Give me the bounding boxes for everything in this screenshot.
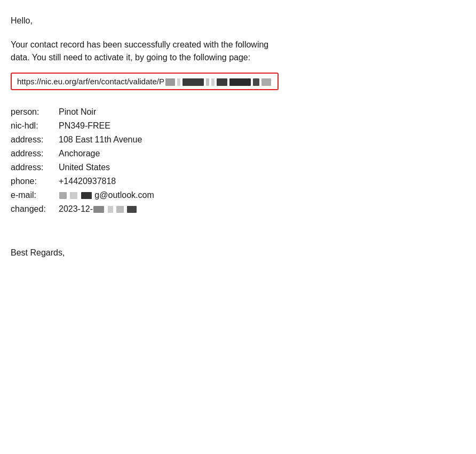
field-value-person: Pinot Noir: [59, 105, 154, 119]
field-label-address3: address:: [11, 161, 59, 174]
redacted-7: [229, 78, 251, 86]
field-value-nic-hdl: PN349-FREE: [59, 119, 154, 133]
redacted-8: [253, 78, 259, 86]
changed-redacted-1: [93, 206, 104, 213]
field-value-changed: 2023-12-: [59, 202, 154, 216]
table-row: nic-hdl: PN349-FREE: [11, 119, 154, 133]
closing-text: Best Regards,: [11, 248, 465, 258]
email-redacted-2: [70, 192, 77, 199]
intro-paragraph: Your contact record has been successfull…: [11, 38, 465, 64]
intro-line1: Your contact record has been successfull…: [11, 40, 268, 49]
redacted-1: [165, 78, 175, 86]
table-row: phone: +14420937818: [11, 174, 154, 188]
email-redacted-1: [59, 192, 67, 199]
redacted-5: [211, 78, 215, 86]
field-value-address1: 108 East 11th Avenue: [59, 133, 154, 147]
table-row: person: Pinot Noir: [11, 105, 154, 119]
table-row: address: United States: [11, 161, 154, 174]
redacted-4: [206, 78, 209, 86]
field-label-phone: phone:: [11, 174, 59, 188]
table-row: changed: 2023-12-: [11, 202, 154, 216]
changed-redacted-4: [127, 206, 137, 213]
field-label-address2: address:: [11, 147, 59, 161]
field-label-nic-hdl: nic-hdl:: [11, 119, 59, 133]
changed-redacted-3: [116, 206, 124, 213]
redacted-9: [261, 78, 271, 86]
field-label-email: e-mail:: [11, 188, 59, 202]
field-value-address2: Anchorage: [59, 147, 154, 161]
field-value-address3: United States: [59, 161, 154, 174]
field-label-person: person:: [11, 105, 59, 119]
changed-redacted-2: [108, 206, 113, 213]
validation-link-text: https://nic.eu.org/arf/en/contact/valida…: [17, 77, 272, 86]
table-row: address: 108 East 11th Avenue: [11, 133, 154, 147]
table-row: address: Anchorage: [11, 147, 154, 161]
intro-line2: data. You still need to activate it, by …: [11, 53, 250, 62]
redacted-3: [183, 78, 204, 86]
field-value-phone: +14420937818: [59, 174, 154, 188]
redacted-6: [217, 78, 227, 86]
field-label-changed: changed:: [11, 202, 59, 216]
field-value-email: g@outlook.com: [59, 188, 154, 202]
greeting-text: Hello,: [11, 16, 465, 26]
table-row: e-mail: g@outlook.com: [11, 188, 154, 202]
email-body: Hello, Your contact record has been succ…: [11, 16, 465, 258]
validation-link-box[interactable]: https://nic.eu.org/arf/en/contact/valida…: [11, 73, 279, 90]
field-label-address1: address:: [11, 133, 59, 147]
contact-data-table: person: Pinot Noir nic-hdl: PN349-FREE a…: [11, 105, 154, 216]
redacted-2: [177, 78, 180, 86]
email-redacted-3: [81, 192, 92, 199]
